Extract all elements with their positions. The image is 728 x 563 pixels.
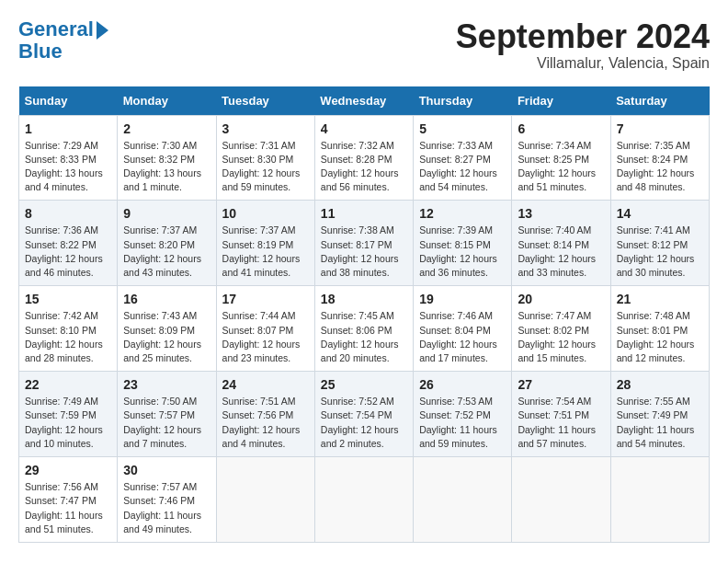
calendar-cell xyxy=(314,457,413,543)
calendar-cell: 8Sunrise: 7:36 AMSunset: 8:22 PMDaylight… xyxy=(19,201,118,286)
day-number: 16 xyxy=(123,292,210,306)
day-number: 26 xyxy=(419,377,506,392)
calendar-cell: 25Sunrise: 7:52 AMSunset: 7:54 PMDayligh… xyxy=(314,372,413,457)
day-number: 19 xyxy=(419,292,506,306)
day-info: Sunrise: 7:44 AMSunset: 8:07 PMDaylight:… xyxy=(222,309,309,365)
calendar-cell: 15Sunrise: 7:42 AMSunset: 8:10 PMDayligh… xyxy=(19,286,118,372)
calendar-cell: 18Sunrise: 7:45 AMSunset: 8:06 PMDayligh… xyxy=(314,286,413,372)
day-number: 30 xyxy=(123,463,210,477)
month-title: September 2024 xyxy=(456,18,710,55)
day-number: 28 xyxy=(617,377,703,392)
day-info: Sunrise: 7:33 AMSunset: 8:27 PMDaylight:… xyxy=(419,139,506,195)
day-info: Sunrise: 7:36 AMSunset: 8:22 PMDaylight:… xyxy=(25,224,111,280)
calendar-cell: 19Sunrise: 7:46 AMSunset: 8:04 PMDayligh… xyxy=(414,286,512,372)
calendar-week-row: 15Sunrise: 7:42 AMSunset: 8:10 PMDayligh… xyxy=(19,286,710,372)
day-number: 27 xyxy=(518,377,604,392)
calendar-cell xyxy=(512,457,610,543)
day-number: 15 xyxy=(25,292,111,306)
calendar-cell: 5Sunrise: 7:33 AMSunset: 8:27 PMDaylight… xyxy=(414,115,512,201)
day-number: 6 xyxy=(518,121,604,136)
day-number: 9 xyxy=(123,206,210,221)
day-info: Sunrise: 7:37 AMSunset: 8:19 PMDaylight:… xyxy=(222,224,309,280)
day-number: 5 xyxy=(419,121,506,136)
title-block: September 2024 Villamalur, Valencia, Spa… xyxy=(456,18,710,72)
day-info: Sunrise: 7:35 AMSunset: 8:24 PMDaylight:… xyxy=(617,139,703,195)
day-number: 4 xyxy=(321,121,407,136)
day-number: 3 xyxy=(222,121,309,136)
calendar-cell: 12Sunrise: 7:39 AMSunset: 8:15 PMDayligh… xyxy=(414,201,512,286)
logo-text: General xyxy=(18,18,108,40)
day-info: Sunrise: 7:48 AMSunset: 8:01 PMDaylight:… xyxy=(617,309,703,365)
calendar-cell: 20Sunrise: 7:47 AMSunset: 8:02 PMDayligh… xyxy=(512,286,610,372)
day-info: Sunrise: 7:46 AMSunset: 8:04 PMDaylight:… xyxy=(419,309,506,365)
day-number: 24 xyxy=(222,377,309,392)
page-header: General Blue September 2024 Villamalur, … xyxy=(18,18,710,72)
day-number: 13 xyxy=(518,206,604,221)
weekday-header-tuesday: Tuesday xyxy=(216,86,314,116)
calendar-cell: 22Sunrise: 7:49 AMSunset: 7:59 PMDayligh… xyxy=(19,372,118,457)
logo: General Blue xyxy=(18,18,108,63)
calendar-cell: 1Sunrise: 7:29 AMSunset: 8:33 PMDaylight… xyxy=(19,115,118,201)
day-info: Sunrise: 7:34 AMSunset: 8:25 PMDaylight:… xyxy=(518,139,604,195)
weekday-header-sunday: Sunday xyxy=(19,86,118,116)
calendar-cell: 17Sunrise: 7:44 AMSunset: 8:07 PMDayligh… xyxy=(216,286,314,372)
calendar-cell: 11Sunrise: 7:38 AMSunset: 8:17 PMDayligh… xyxy=(314,201,413,286)
calendar-cell: 21Sunrise: 7:48 AMSunset: 8:01 PMDayligh… xyxy=(610,286,709,372)
day-info: Sunrise: 7:49 AMSunset: 7:59 PMDaylight:… xyxy=(25,395,111,451)
calendar-cell: 4Sunrise: 7:32 AMSunset: 8:28 PMDaylight… xyxy=(314,115,413,201)
day-info: Sunrise: 7:57 AMSunset: 7:46 PMDaylight:… xyxy=(123,480,210,536)
calendar-table: SundayMondayTuesdayWednesdayThursdayFrid… xyxy=(18,86,710,543)
calendar-header: SundayMondayTuesdayWednesdayThursdayFrid… xyxy=(19,86,710,116)
calendar-cell xyxy=(610,457,709,543)
calendar-cell: 29Sunrise: 7:56 AMSunset: 7:47 PMDayligh… xyxy=(19,457,118,543)
calendar-cell xyxy=(216,457,314,543)
day-number: 17 xyxy=(222,292,309,306)
logo-blue: Blue xyxy=(18,40,108,63)
day-info: Sunrise: 7:56 AMSunset: 7:47 PMDaylight:… xyxy=(25,480,111,536)
calendar-cell: 23Sunrise: 7:50 AMSunset: 7:57 PMDayligh… xyxy=(118,372,216,457)
calendar-cell xyxy=(414,457,512,543)
day-number: 29 xyxy=(25,463,111,477)
day-number: 10 xyxy=(222,206,309,221)
calendar-body: 1Sunrise: 7:29 AMSunset: 8:33 PMDaylight… xyxy=(19,115,710,542)
calendar-week-row: 8Sunrise: 7:36 AMSunset: 8:22 PMDaylight… xyxy=(19,201,710,286)
day-info: Sunrise: 7:52 AMSunset: 7:54 PMDaylight:… xyxy=(321,395,407,451)
calendar-cell: 10Sunrise: 7:37 AMSunset: 8:19 PMDayligh… xyxy=(216,201,314,286)
calendar-week-row: 29Sunrise: 7:56 AMSunset: 7:47 PMDayligh… xyxy=(19,457,710,543)
calendar-cell: 16Sunrise: 7:43 AMSunset: 8:09 PMDayligh… xyxy=(118,286,216,372)
day-info: Sunrise: 7:29 AMSunset: 8:33 PMDaylight:… xyxy=(25,139,111,195)
day-number: 22 xyxy=(25,377,111,392)
day-number: 14 xyxy=(617,206,703,221)
calendar-cell: 2Sunrise: 7:30 AMSunset: 8:32 PMDaylight… xyxy=(118,115,216,201)
calendar-cell: 24Sunrise: 7:51 AMSunset: 7:56 PMDayligh… xyxy=(216,372,314,457)
day-info: Sunrise: 7:54 AMSunset: 7:51 PMDaylight:… xyxy=(518,395,604,451)
day-number: 11 xyxy=(321,206,407,221)
day-info: Sunrise: 7:31 AMSunset: 8:30 PMDaylight:… xyxy=(222,139,309,195)
day-number: 2 xyxy=(123,121,210,136)
calendar-week-row: 1Sunrise: 7:29 AMSunset: 8:33 PMDaylight… xyxy=(19,115,710,201)
day-number: 25 xyxy=(321,377,407,392)
location: Villamalur, Valencia, Spain xyxy=(456,55,710,72)
calendar-cell: 7Sunrise: 7:35 AMSunset: 8:24 PMDaylight… xyxy=(610,115,709,201)
day-info: Sunrise: 7:37 AMSunset: 8:20 PMDaylight:… xyxy=(123,224,210,280)
weekday-header-monday: Monday xyxy=(118,86,216,116)
day-info: Sunrise: 7:42 AMSunset: 8:10 PMDaylight:… xyxy=(25,309,111,365)
day-info: Sunrise: 7:30 AMSunset: 8:32 PMDaylight:… xyxy=(123,139,210,195)
logo-arrow-shape xyxy=(97,21,108,40)
calendar-cell: 6Sunrise: 7:34 AMSunset: 8:25 PMDaylight… xyxy=(512,115,610,201)
day-number: 20 xyxy=(518,292,604,306)
calendar-cell: 28Sunrise: 7:55 AMSunset: 7:49 PMDayligh… xyxy=(610,372,709,457)
day-number: 18 xyxy=(321,292,407,306)
calendar-cell: 13Sunrise: 7:40 AMSunset: 8:14 PMDayligh… xyxy=(512,201,610,286)
day-info: Sunrise: 7:51 AMSunset: 7:56 PMDaylight:… xyxy=(222,395,309,451)
day-info: Sunrise: 7:45 AMSunset: 8:06 PMDaylight:… xyxy=(321,309,407,365)
logo-general: General xyxy=(18,17,94,40)
day-info: Sunrise: 7:38 AMSunset: 8:17 PMDaylight:… xyxy=(321,224,407,280)
calendar-cell: 27Sunrise: 7:54 AMSunset: 7:51 PMDayligh… xyxy=(512,372,610,457)
day-number: 8 xyxy=(25,206,111,221)
day-info: Sunrise: 7:39 AMSunset: 8:15 PMDaylight:… xyxy=(419,224,506,280)
calendar-cell: 3Sunrise: 7:31 AMSunset: 8:30 PMDaylight… xyxy=(216,115,314,201)
day-info: Sunrise: 7:55 AMSunset: 7:49 PMDaylight:… xyxy=(617,395,703,451)
weekday-header-row: SundayMondayTuesdayWednesdayThursdayFrid… xyxy=(19,86,710,116)
day-info: Sunrise: 7:40 AMSunset: 8:14 PMDaylight:… xyxy=(518,224,604,280)
